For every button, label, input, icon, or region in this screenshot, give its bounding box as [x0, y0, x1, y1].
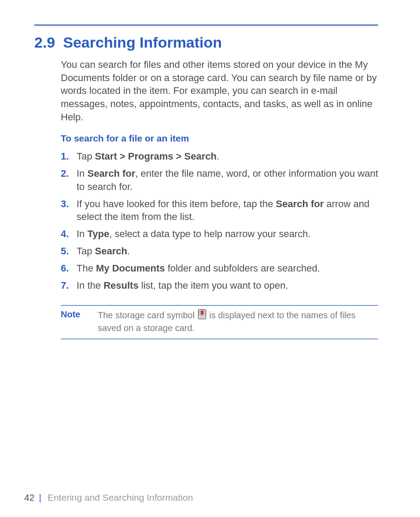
- intro-paragraph: You can search for files and other items…: [61, 58, 378, 123]
- step-text: folder and subfolders are searched.: [165, 263, 320, 274]
- section-title: Searching Information: [63, 34, 222, 51]
- note-text-before: The storage card symbol: [98, 310, 197, 320]
- chapter-title: Entering and Searching Information: [48, 492, 193, 502]
- step-item: If you have looked for this item before,…: [61, 197, 378, 223]
- procedure-subheading: To search for a file or an item: [61, 133, 378, 144]
- step-text: If you have looked for this item before,…: [77, 198, 276, 209]
- step-bold: Search: [95, 245, 127, 257]
- step-text: Tap: [77, 245, 95, 257]
- step-text: In: [77, 228, 87, 239]
- note-text: The storage card symbol is displayed nex…: [98, 309, 378, 334]
- step-bold: Type: [87, 228, 109, 239]
- document-page: 2.9Searching Information You can search …: [0, 0, 420, 517]
- storage-card-icon: [198, 309, 206, 322]
- step-bold: Results: [103, 280, 138, 291]
- step-text: list, tap the item you want to open.: [139, 280, 288, 291]
- step-item: Tap Start > Programs > Search.: [61, 150, 378, 163]
- step-item: In the Results list, tap the item you wa…: [61, 279, 378, 292]
- step-item: In Search for, enter the file name, word…: [61, 167, 378, 193]
- step-bold: My Documents: [96, 263, 165, 274]
- step-bold: Start > Programs > Search: [95, 151, 217, 162]
- step-text: Tap: [77, 151, 95, 162]
- step-text: In the: [77, 280, 103, 291]
- note-callout: Note The storage card symbol is displaye…: [61, 305, 378, 339]
- step-bold: Search for: [87, 168, 135, 179]
- svg-rect-3: [199, 316, 205, 318]
- step-text: .: [127, 245, 130, 257]
- step-text: .: [217, 151, 219, 162]
- footer-separator: |: [39, 492, 41, 502]
- page-footer: 42 | Entering and Searching Information: [24, 492, 193, 503]
- top-separator-rule: [34, 24, 378, 26]
- svg-rect-2: [201, 311, 203, 315]
- step-text: In: [77, 168, 87, 179]
- section-heading: 2.9Searching Information: [34, 34, 378, 51]
- step-text: , select a data type to help narrow your…: [109, 228, 310, 239]
- step-item: In Type, select a data type to help narr…: [61, 227, 378, 240]
- procedure-steps: Tap Start > Programs > Search. In Search…: [61, 150, 378, 291]
- step-item: The My Documents folder and subfolders a…: [61, 262, 378, 275]
- page-number: 42: [24, 492, 34, 502]
- note-label: Note: [61, 309, 98, 320]
- step-item: Tap Search.: [61, 245, 378, 257]
- step-bold: Search for: [276, 198, 324, 209]
- step-text: The: [77, 263, 96, 274]
- section-number: 2.9: [34, 34, 55, 51]
